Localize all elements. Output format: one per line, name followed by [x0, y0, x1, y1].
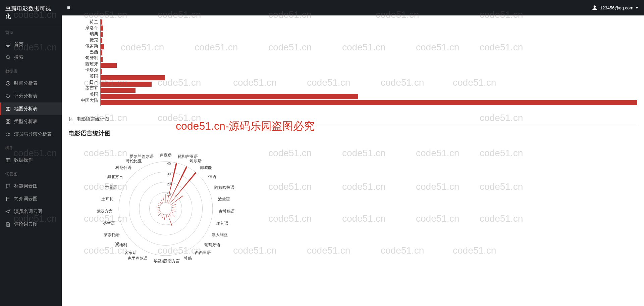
- bar: [101, 50, 102, 55]
- nav-item-类型分析表[interactable]: 类型分析表: [0, 115, 62, 128]
- bar-ylabel: 中国大陆: [68, 97, 100, 103]
- search-icon: [5, 55, 11, 60]
- polar-bar: [165, 194, 166, 203]
- polar-bar: [171, 210, 175, 212]
- polar-label: 波兰语: [218, 197, 230, 202]
- svg-point-10: [160, 203, 172, 215]
- svg-rect-3: [6, 120, 8, 121]
- bar: [101, 69, 102, 74]
- section-title: 首页: [0, 25, 62, 38]
- nav-label: 标题词云图: [14, 183, 38, 189]
- polar-label: 卢森堡: [160, 153, 172, 158]
- polar-label: 哥伦比亚: [126, 159, 142, 163]
- panel-header: 电影语言统计图: [68, 113, 637, 126]
- polar-bar: [158, 213, 161, 216]
- polar-tick: 30: [167, 172, 171, 176]
- nav-label: 数据操作: [14, 157, 33, 163]
- nav-item-标题词云图[interactable]: 标题词云图: [0, 180, 62, 192]
- user-icon: [591, 4, 598, 11]
- content-area: 荷兰摩洛哥瑞典捷克俄罗斯巴西匈牙利西班牙卡塔尔英国日本墨西哥美国中国大陆 020…: [62, 15, 644, 306]
- polar-label: 西西里语: [195, 250, 211, 255]
- chart-icon: [68, 117, 74, 122]
- bar-ylabel: 西班牙: [68, 61, 100, 67]
- nav-label: 演员与导演分析表: [14, 131, 52, 137]
- bar: [101, 75, 165, 80]
- polar-bar: [157, 205, 160, 206]
- table-icon: [5, 158, 11, 163]
- polar-label: 云南方言: [164, 259, 180, 263]
- country-bar-chart-panel: 荷兰摩洛哥瑞典捷克俄罗斯巴西匈牙利西班牙卡塔尔英国日本墨西哥美国中国大陆 020…: [62, 15, 644, 110]
- nav-label: 搜索: [14, 54, 23, 60]
- grid-icon: [5, 119, 11, 124]
- user-menu[interactable]: 123456@qq.com ▼: [591, 4, 639, 11]
- nav-item-评分分析表[interactable]: 评分分析表: [0, 90, 62, 102]
- polar-tick: 40: [167, 162, 171, 166]
- svg-rect-4: [8, 120, 10, 121]
- nav-item-评论词云图[interactable]: 评论词云图: [0, 218, 62, 231]
- svg-rect-5: [6, 122, 8, 124]
- nav-item-首页[interactable]: 首页: [0, 38, 62, 51]
- polar-label: 俄语: [208, 174, 216, 179]
- bar-ylabel: 瑞典: [68, 31, 100, 37]
- bar: [101, 57, 103, 62]
- nav-label: 演员名词云图: [14, 209, 42, 215]
- nav-item-搜索[interactable]: 搜索: [0, 51, 62, 64]
- bar-ylabel: 捷克: [68, 37, 100, 43]
- polar-label: 客家话: [124, 250, 137, 255]
- polar-bar: [161, 200, 163, 203]
- chat-icon: [5, 183, 11, 189]
- svg-point-8: [9, 133, 10, 134]
- polar-bar: [163, 197, 164, 203]
- panel-title: 电影语言统计图: [76, 116, 109, 122]
- polar-bar: [161, 214, 163, 216]
- bar-ylabel: 英国: [68, 73, 100, 79]
- bar-ylabel: 巴西: [68, 49, 100, 55]
- nav-item-简介词云图[interactable]: 简介词云图: [0, 192, 62, 205]
- polar-label: 湖北方言: [107, 174, 123, 179]
- nav-item-数据操作[interactable]: 数据操作: [0, 154, 62, 167]
- bar-ylabel: 荷兰: [68, 19, 100, 25]
- people-icon: [5, 132, 11, 137]
- bar-ylabel: 匈牙利: [68, 55, 100, 61]
- bar: [101, 63, 117, 68]
- flag-icon: [5, 196, 11, 202]
- nav-item-演员与导演分析表[interactable]: 演员与导演分析表: [0, 128, 62, 141]
- bar-ylabel: 美国: [68, 91, 100, 97]
- brand-title: 豆瓣电影数据可视化: [0, 0, 62, 25]
- bar: [101, 38, 102, 43]
- nav-label: 简介词云图: [14, 196, 38, 202]
- bar: [101, 82, 152, 87]
- polar-label: 爱尔兰盖尔语: [129, 154, 154, 159]
- nav-item-时间分析表[interactable]: 时间分析表: [0, 77, 62, 90]
- bar: [101, 88, 136, 93]
- bar: [101, 19, 102, 25]
- monitor-icon: [5, 42, 11, 47]
- polar-outer-tick: 12: [115, 242, 119, 246]
- bar: [101, 32, 103, 37]
- polar-tick: 20: [167, 182, 171, 186]
- nav-item-地图分析表[interactable]: 地图分析表: [0, 102, 62, 115]
- bar: [101, 94, 358, 99]
- polar-label: 科尼什语: [115, 165, 131, 170]
- bar-ylabel: 墨西哥: [68, 85, 100, 91]
- bar-ylabel: 卡塔尔: [68, 67, 100, 73]
- bar-ylabel: 摩洛哥: [68, 25, 100, 31]
- map-icon: [5, 106, 11, 112]
- tag-icon: [5, 93, 11, 99]
- hamburger-icon[interactable]: ≡: [67, 5, 70, 11]
- polar-bar: [158, 203, 161, 205]
- section-title: 操作: [0, 141, 62, 154]
- nav-item-演员名词云图[interactable]: 演员名词云图: [0, 205, 62, 218]
- section-title: 词云图: [0, 167, 62, 180]
- bar-ylabel: 俄罗斯: [68, 43, 100, 49]
- user-email: 123456@qq.com: [600, 5, 633, 10]
- bar: [101, 100, 637, 105]
- polar-bar: [158, 212, 160, 213]
- country-bar-chart: 荷兰摩洛哥瑞典捷克俄罗斯巴西匈牙利西班牙卡塔尔英国日本墨西哥美国中国大陆 020…: [68, 19, 637, 106]
- clock-icon: [5, 81, 11, 86]
- polar-bar: [162, 214, 164, 218]
- nav-label: 首页: [14, 42, 23, 48]
- nav-label: 地图分析表: [14, 106, 38, 112]
- polar-bar: [172, 207, 176, 208]
- polar-label: 郭威能: [200, 165, 212, 170]
